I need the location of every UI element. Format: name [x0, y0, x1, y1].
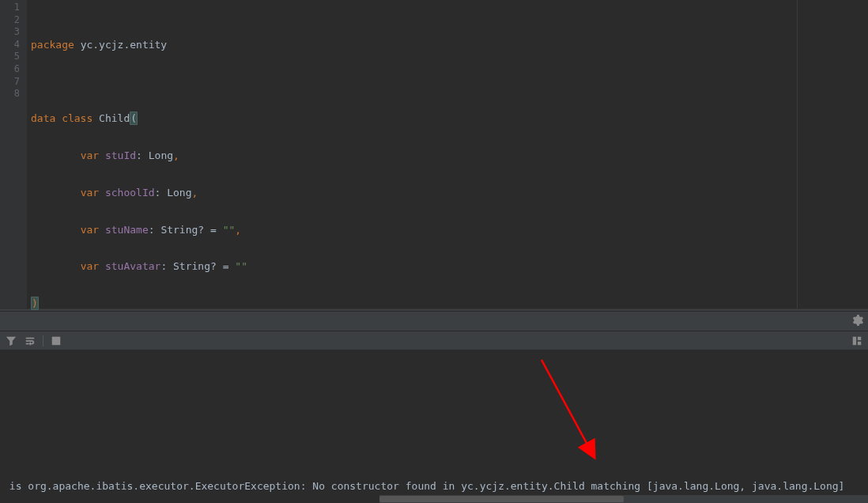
code-editor[interactable]: package yc.ycjz.entity data class Child(… — [27, 0, 868, 308]
filter-icon[interactable] — [5, 335, 17, 347]
type-name: Long — [149, 149, 173, 161]
line-number: 3 — [0, 26, 20, 39]
line-number: 2 — [0, 14, 20, 27]
colon: : — [136, 149, 142, 161]
string-literal: "" — [223, 224, 236, 236]
console-error-line: is org.apache.ibatis.executor.ExecutorEx… — [3, 480, 844, 492]
type-name: Long — [167, 187, 191, 199]
keyword-var: var — [81, 149, 99, 161]
keyword-var: var — [81, 187, 99, 199]
type-name: String? — [173, 260, 217, 272]
colon: : — [149, 224, 155, 236]
toolbar-separator — [43, 335, 43, 346]
code-line: data class Child( — [31, 112, 868, 125]
open-paren: ( — [130, 112, 138, 125]
svg-rect-0 — [52, 336, 61, 345]
comma: , — [192, 187, 198, 199]
code-line: ) — [31, 297, 868, 310]
line-number: 8 — [0, 88, 20, 100]
scrollbar-thumb[interactable] — [379, 496, 624, 502]
svg-rect-1 — [853, 336, 856, 345]
code-line: var stuId: Long, — [31, 149, 868, 162]
code-line: package yc.ycjz.entity — [31, 39, 868, 51]
package-name: yc.ycjz.entity — [81, 39, 168, 51]
console-output[interactable]: is org.apache.ibatis.executor.ExecutorEx… — [0, 350, 868, 503]
gear-icon[interactable] — [852, 315, 863, 326]
line-number: 1 — [0, 2, 20, 14]
colon: : — [160, 260, 167, 272]
keyword-package: package — [31, 39, 74, 51]
line-number: 4 — [0, 39, 20, 51]
close-paren: ) — [31, 297, 39, 310]
scroll-to-end-icon[interactable] — [50, 335, 62, 347]
right-margin-guide — [797, 0, 798, 308]
svg-rect-2 — [858, 336, 861, 339]
tool-window-header — [0, 312, 868, 331]
string-literal: "" — [235, 260, 247, 272]
keyword-var: var — [81, 260, 99, 272]
line-number: 5 — [0, 51, 20, 63]
code-line: var stuAvatar: String? = "" — [31, 260, 868, 273]
keyword-data: data — [31, 112, 55, 124]
layout-icon[interactable] — [851, 335, 863, 347]
comma: , — [235, 224, 241, 236]
field-name: stuAvatar — [105, 260, 160, 272]
type-name: String? — [160, 224, 204, 236]
gutter: 1 2 3 4 5 6 7 8 — [0, 0, 27, 308]
field-name: schoolId — [105, 187, 155, 199]
equals: = — [210, 224, 217, 236]
colon: : — [155, 187, 161, 199]
comma: , — [173, 149, 179, 161]
field-name: stuId — [105, 149, 136, 161]
code-line — [31, 76, 868, 89]
svg-rect-3 — [858, 341, 861, 344]
keyword-var: var — [81, 224, 99, 236]
field-name: stuName — [105, 224, 149, 236]
line-number: 6 — [0, 63, 20, 76]
line-number: 7 — [0, 76, 20, 89]
horizontal-scrollbar[interactable] — [379, 495, 868, 503]
editor-area: 1 2 3 4 5 6 7 8 package yc.ycjz.entity d… — [0, 0, 868, 308]
code-line: var stuName: String? = "", — [31, 224, 868, 236]
wrap-icon[interactable] — [24, 335, 36, 347]
keyword-class: class — [62, 112, 92, 124]
class-name: Child — [99, 112, 130, 124]
equals: = — [223, 260, 229, 272]
code-line: var schoolId: Long, — [31, 187, 868, 199]
